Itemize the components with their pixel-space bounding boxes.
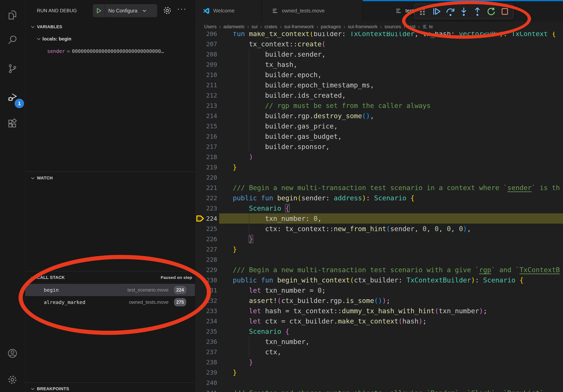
start-debug-icon[interactable] — [93, 4, 105, 17]
breadcrumb-file[interactable]: te — [422, 24, 433, 29]
line-number[interactable]: 217 — [195, 142, 217, 152]
code-line[interactable]: 232 assert!(ctx_builder.rgp.is_some()); — [195, 296, 563, 306]
line-number[interactable]: 227 — [195, 244, 217, 254]
line-number[interactable]: 228 — [195, 254, 217, 265]
line-number[interactable]: 219 — [195, 162, 217, 172]
line-number[interactable]: 225 — [195, 224, 217, 234]
code-line[interactable]: 207 tx_context::create( — [195, 39, 563, 49]
restart-icon[interactable] — [486, 6, 496, 17]
code-line[interactable]: 234 let ctx = ctx_builder.make_tx_contex… — [195, 316, 563, 326]
code-line[interactable]: 217 builder.sponsor, — [195, 142, 563, 152]
breadcrumb-item[interactable]: test — [408, 24, 415, 29]
stop-icon[interactable] — [500, 6, 510, 17]
code-line[interactable]: 219} — [195, 162, 563, 172]
breadcrumb-item[interactable]: crates — [264, 24, 277, 29]
tab-owned-tests[interactable]: owned_tests.move — [262, 0, 363, 22]
code-line[interactable]: 239} — [195, 367, 563, 378]
code-line[interactable]: 238 } — [195, 357, 563, 367]
breadcrumb-item[interactable]: sui-framework — [348, 24, 378, 29]
code-line[interactable]: 228 — [195, 254, 563, 265]
step-out-icon[interactable] — [472, 6, 483, 17]
code-line[interactable]: 227} — [195, 244, 563, 254]
watch-section-header[interactable]: WATCH — [25, 173, 200, 183]
code-line-current[interactable]: 224 txn_number: 0, — [195, 213, 563, 224]
code-line[interactable]: 231 let txn_number = 0; — [195, 285, 563, 296]
code-line[interactable]: 223 Scenario { — [195, 203, 563, 213]
code-line[interactable]: 210 builder.epoch, — [195, 70, 563, 80]
line-number[interactable]: 222 — [195, 193, 217, 203]
code-line[interactable]: 212 builder.ids_created, — [195, 90, 563, 101]
settings-gear-icon[interactable] — [7, 375, 18, 385]
code-line[interactable]: 237 ctx, — [195, 347, 563, 357]
line-number[interactable]: 221 — [195, 183, 217, 193]
step-into-icon[interactable] — [459, 6, 469, 17]
extensions-icon[interactable] — [7, 118, 18, 129]
line-number[interactable]: 213 — [195, 101, 217, 111]
code-line[interactable]: 235 Scenario { — [195, 326, 563, 337]
variable-row[interactable]: sender = 000000000000000000000000000000… — [47, 46, 217, 56]
line-number[interactable]: 211 — [195, 80, 217, 90]
line-number[interactable]: 235 — [195, 326, 217, 337]
breadcrumb-item[interactable]: adamwelc — [223, 24, 245, 29]
code-line[interactable]: 222public fun begin(sender: address): Sc… — [195, 193, 563, 203]
line-number[interactable]: 233 — [195, 306, 217, 316]
line-number[interactable]: 215 — [195, 121, 217, 131]
code-line[interactable]: 241/// Creates and shares system objects… — [195, 388, 563, 392]
code-line[interactable]: 221/// Begin a new multi-transaction tes… — [195, 183, 563, 193]
code-line[interactable]: 229/// Begin a new multi-transaction tes… — [195, 265, 563, 275]
search-icon[interactable] — [7, 35, 18, 45]
code-line[interactable]: 216 builder.gas_budget, — [195, 131, 563, 142]
variables-scope-row[interactable]: locals: begin — [36, 34, 71, 44]
breadcrumb-item[interactable]: sui — [252, 24, 258, 29]
line-number[interactable]: 226 — [195, 234, 217, 244]
line-number[interactable]: 210 — [195, 70, 217, 80]
variables-section-header[interactable]: VARIABLES — [25, 22, 200, 32]
line-number[interactable]: 236 — [195, 337, 217, 347]
code-line[interactable]: 230public fun begin_with_context(ctx_bui… — [195, 275, 563, 285]
more-actions-icon[interactable]: ··· — [177, 4, 187, 13]
breadcrumb[interactable]: Users›adamwelc›sui›crates›sui-framework›… — [195, 22, 563, 32]
debug-configuration-group[interactable]: No Configura — [93, 4, 157, 17]
source-control-icon[interactable] — [7, 64, 18, 74]
stack-frame-already_marked[interactable]: already_markedowned_tests.move275 — [25, 296, 195, 308]
code-line[interactable]: 213 // rgp must be set from the caller a… — [195, 101, 563, 111]
debug-settings-gear-icon[interactable] — [163, 6, 172, 15]
code-line[interactable]: 225 ctx: tx_context::new_from_hint(sende… — [195, 224, 563, 234]
line-number[interactable]: 214 — [195, 111, 217, 121]
step-over-icon[interactable] — [445, 6, 455, 17]
code-line[interactable]: 208 builder.sender, — [195, 49, 563, 59]
breadcrumb-item[interactable]: sources — [384, 24, 401, 29]
line-number[interactable]: 237 — [195, 347, 217, 357]
code-line[interactable]: 240 — [195, 378, 563, 388]
line-number[interactable]: 223 — [195, 203, 217, 213]
code-line[interactable]: 218 ) — [195, 152, 563, 162]
line-number[interactable]: 239 — [195, 367, 217, 378]
explorer-icon[interactable] — [7, 10, 18, 20]
code-line[interactable]: 209 tx_hash, — [195, 59, 563, 70]
code-line[interactable]: 236 txn_number, — [195, 337, 563, 347]
code-line[interactable]: 226 } — [195, 234, 563, 244]
line-number[interactable]: 209 — [195, 59, 217, 70]
line-number[interactable]: 231 — [195, 285, 217, 296]
stack-frame-begin[interactable]: begintest_scenario.move224 — [25, 284, 195, 296]
line-number[interactable]: 216 — [195, 131, 217, 142]
toolbar-drag-grip[interactable] — [418, 6, 428, 17]
tab-welcome[interactable]: Welcome — [195, 0, 262, 22]
code-line[interactable]: 233 let hash = tx_context::dummy_tx_hash… — [195, 306, 563, 316]
line-number[interactable]: 238 — [195, 357, 217, 367]
continue-icon[interactable] — [431, 6, 441, 17]
line-number[interactable]: 232 — [195, 296, 217, 306]
code-line[interactable]: 214 builder.rgp.destroy_some(), — [195, 111, 563, 121]
line-number[interactable]: 212 — [195, 90, 217, 101]
breadcrumb-item[interactable]: sui-framework — [284, 24, 314, 29]
code-line[interactable]: 215 builder.gas_price, — [195, 121, 563, 131]
code-line[interactable]: 220 — [195, 172, 563, 183]
breadcrumb-item[interactable]: Users — [204, 24, 217, 29]
code-line[interactable]: 211 builder.epoch_timestamp_ms, — [195, 80, 563, 90]
breadcrumb-item[interactable]: packages — [321, 24, 341, 29]
line-number[interactable]: 218 — [195, 152, 217, 162]
line-number[interactable]: 234 — [195, 316, 217, 326]
call-stack-section-header[interactable]: CALL STACK Paused on step — [25, 272, 200, 283]
account-icon[interactable] — [7, 348, 18, 358]
debug-configuration-select[interactable]: No Configura — [108, 8, 141, 14]
